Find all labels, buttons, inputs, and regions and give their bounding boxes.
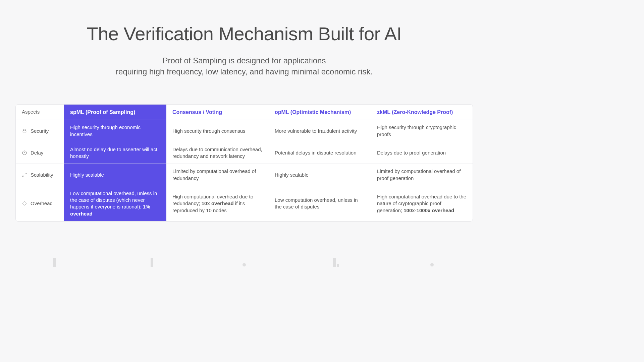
- overhead-zkml-bold: 100x-1000x overhead: [404, 207, 454, 213]
- cell-delay-consensus: Delays due to communication overhead, re…: [166, 142, 269, 164]
- page-subtitle: Proof of Sampling is designed for applic…: [15, 55, 473, 77]
- header-spml: spML (Proof of Sampling): [64, 105, 166, 120]
- header-aspects: Aspects: [16, 105, 64, 120]
- svg-point-7: [430, 263, 434, 266]
- subtitle-line-2: requiring high frequency, low latency, a…: [116, 67, 373, 76]
- logo-icon: [53, 258, 66, 267]
- aspect-delay: Delay: [16, 142, 64, 164]
- cell-scalability-spml: Highly scalable: [64, 164, 166, 186]
- cell-overhead-consensus: High computational overhead due to redun…: [166, 186, 269, 221]
- svg-point-4: [243, 263, 246, 266]
- header-zkml: zkML (Zero-Knowledge Proof): [371, 105, 473, 120]
- cell-security-zkml: High security through cryptographic proo…: [371, 120, 473, 142]
- aspect-overhead: Overhead: [16, 186, 64, 221]
- logo-strip: [0, 258, 488, 267]
- clock-icon: [22, 150, 27, 156]
- table-row-security: Security High security through economic …: [16, 120, 473, 142]
- cell-scalability-opml: Highly scalable: [269, 164, 371, 186]
- logo-icon: [237, 258, 251, 267]
- table-row-delay: Delay Almost no delay due to asserter wi…: [16, 142, 473, 164]
- cell-delay-spml: Almost no delay due to asserter will act…: [64, 142, 166, 164]
- aspect-label: Security: [31, 128, 49, 134]
- page-title: The Verification Mechanism Built for AI: [15, 23, 473, 44]
- aspect-label: Delay: [31, 149, 43, 156]
- cell-scalability-zkml: Limited by computational overhead of pro…: [371, 164, 473, 186]
- svg-rect-5: [333, 258, 336, 267]
- lock-icon: [22, 128, 27, 134]
- svg-rect-3: [151, 258, 153, 267]
- cell-security-consensus: High security through consensus: [166, 120, 269, 142]
- aspect-label: Overhead: [31, 200, 53, 207]
- svg-rect-2: [53, 258, 56, 267]
- cell-overhead-opml: Low computation overhead, unless in the …: [269, 186, 371, 221]
- cell-delay-zkml: Delays due to proof generation: [371, 142, 473, 164]
- aspect-scalability: Scalability: [16, 164, 64, 186]
- spinner-icon: [22, 201, 27, 206]
- logo-icon: [145, 258, 159, 267]
- cell-overhead-zkml: High computational overhead due to the n…: [371, 186, 473, 221]
- svg-rect-6: [337, 264, 339, 267]
- aspect-security: Security: [16, 120, 64, 142]
- aspect-label: Scalability: [31, 172, 53, 178]
- cell-security-spml: High security through economic incentive…: [64, 120, 166, 142]
- expand-icon: [22, 172, 27, 178]
- logo-icon: [422, 258, 435, 267]
- subtitle-line-1: Proof of Sampling is designed for applic…: [163, 56, 326, 65]
- cell-scalability-consensus: Limited by computational overhead of red…: [166, 164, 269, 186]
- svg-rect-0: [23, 131, 26, 133]
- overhead-consensus-bold: 10x overhead: [202, 200, 234, 206]
- table-row-scalability: Scalability Highly scalable Limited by c…: [16, 164, 473, 186]
- table-row-overhead: Overhead Low computational overhead, unl…: [16, 186, 473, 221]
- header-opml: opML (Optimistic Mechanism): [269, 105, 371, 120]
- table-header-row: Aspects spML (Proof of Sampling) Consens…: [16, 105, 473, 120]
- cell-overhead-spml: Low computational overhead, unless in th…: [64, 186, 166, 221]
- comparison-table: Aspects spML (Proof of Sampling) Consens…: [15, 104, 473, 222]
- logo-icon: [330, 258, 343, 267]
- header-consensus: Consensus / Voting: [166, 105, 269, 120]
- cell-delay-opml: Potential delays in dispute resolution: [269, 142, 371, 164]
- cell-security-opml: More vulnerable to fraudulent activity: [269, 120, 371, 142]
